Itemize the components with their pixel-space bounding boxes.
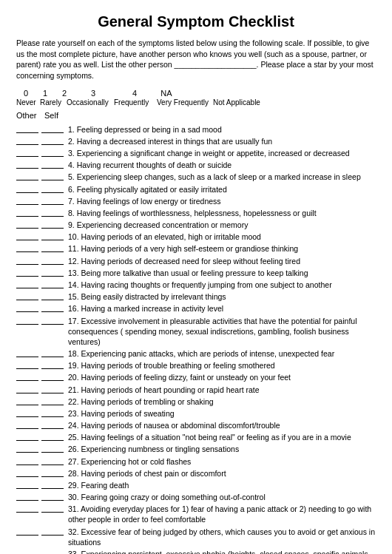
self-blank[interactable] bbox=[41, 504, 64, 513]
self-blank[interactable] bbox=[41, 432, 64, 441]
self-blank[interactable] bbox=[41, 468, 64, 477]
self-blank[interactable] bbox=[41, 492, 64, 501]
scale-section: 0 1 2 3 4 NA Never Rarely Occasionally F… bbox=[16, 89, 376, 107]
other-blank[interactable] bbox=[16, 396, 38, 405]
list-item: 28. Having periods of chest pain or disc… bbox=[16, 468, 376, 479]
list-item: 32. Excessive fear of being judged by ot… bbox=[16, 527, 376, 547]
other-blank[interactable] bbox=[16, 527, 38, 536]
self-blank[interactable] bbox=[41, 291, 64, 300]
scale-label-not-applicable: Not Applicable bbox=[213, 98, 260, 107]
self-blank[interactable] bbox=[41, 256, 64, 265]
other-blank[interactable] bbox=[16, 184, 38, 193]
self-blank[interactable] bbox=[41, 124, 64, 133]
other-blank[interactable] bbox=[16, 348, 38, 357]
other-blank[interactable] bbox=[16, 372, 38, 381]
other-blank[interactable] bbox=[16, 444, 38, 453]
list-item: 24. Having periods of nausea or abdomina… bbox=[16, 420, 376, 430]
other-blank[interactable] bbox=[16, 196, 38, 205]
self-blank[interactable] bbox=[41, 172, 64, 180]
self-blank[interactable] bbox=[41, 444, 64, 453]
self-blank[interactable] bbox=[41, 232, 64, 240]
self-blank[interactable] bbox=[41, 549, 64, 554]
item-text: 2. Having a decreased interest in things… bbox=[68, 136, 376, 146]
list-item: 26. Experiencing numbness or tingling se… bbox=[16, 444, 376, 454]
self-blank[interactable] bbox=[41, 196, 64, 205]
other-blank[interactable] bbox=[16, 160, 38, 169]
list-item: 31. Avoiding everyday places for 1) fear… bbox=[16, 504, 376, 524]
item-text: 11. Having periods of a very high self-e… bbox=[68, 243, 376, 254]
self-blank[interactable] bbox=[41, 243, 64, 252]
other-blank[interactable] bbox=[16, 256, 38, 265]
self-blank[interactable] bbox=[41, 148, 64, 157]
self-blank[interactable] bbox=[41, 184, 64, 193]
item-text: 1. Feeling depressed or being in a sad m… bbox=[68, 124, 376, 135]
list-item: 29. Fearing death bbox=[16, 480, 376, 490]
scale-num-na: NA bbox=[157, 89, 176, 98]
item-text: 22. Having periods of trembling or shaki… bbox=[68, 396, 376, 407]
other-blank[interactable] bbox=[16, 303, 38, 312]
other-blank[interactable] bbox=[16, 504, 38, 513]
item-text: 14. Having racing thoughts or frequently… bbox=[68, 280, 376, 290]
other-blank[interactable] bbox=[16, 492, 38, 501]
other-blank[interactable] bbox=[16, 136, 38, 145]
other-blank[interactable] bbox=[16, 280, 38, 288]
other-blank[interactable] bbox=[16, 385, 38, 393]
item-text: 8. Having feelings of worthlessness, hel… bbox=[68, 208, 376, 218]
other-blank[interactable] bbox=[16, 456, 38, 465]
self-blank[interactable] bbox=[41, 396, 64, 405]
self-blank[interactable] bbox=[41, 527, 64, 536]
other-blank[interactable] bbox=[16, 148, 38, 157]
list-item: 20. Having periods of feeling dizzy, fai… bbox=[16, 372, 376, 382]
self-blank[interactable] bbox=[41, 420, 64, 429]
self-blank[interactable] bbox=[41, 385, 64, 393]
page-title: General Symptom Checklist bbox=[16, 13, 376, 30]
self-blank[interactable] bbox=[41, 303, 64, 312]
other-blank[interactable] bbox=[16, 468, 38, 477]
list-item: 33. Experiencing persistent, excessive p… bbox=[16, 549, 376, 554]
list-item: 22. Having periods of trembling or shaki… bbox=[16, 396, 376, 407]
item-text: 26. Experiencing numbness or tingling se… bbox=[68, 444, 376, 454]
self-blank[interactable] bbox=[41, 316, 64, 325]
other-blank[interactable] bbox=[16, 408, 38, 417]
other-blank[interactable] bbox=[16, 124, 38, 133]
item-text: 24. Having periods of nausea or abdomina… bbox=[68, 420, 376, 430]
other-blank[interactable] bbox=[16, 243, 38, 252]
self-blank[interactable] bbox=[41, 456, 64, 465]
scale-label-rarely: Rarely bbox=[40, 98, 67, 107]
other-blank[interactable] bbox=[16, 232, 38, 240]
self-blank[interactable] bbox=[41, 136, 64, 145]
self-blank[interactable] bbox=[41, 268, 64, 277]
list-item: 10. Having periods of an elevated, high … bbox=[16, 232, 376, 242]
item-text: 23. Having periods of sweating bbox=[68, 408, 376, 419]
other-blank[interactable] bbox=[16, 291, 38, 300]
scale-label-never: Never bbox=[16, 98, 40, 107]
checklist-items: 1. Feeling depressed or being in a sad m… bbox=[16, 124, 376, 554]
other-blank[interactable] bbox=[16, 360, 38, 369]
other-blank[interactable] bbox=[16, 208, 38, 217]
self-blank[interactable] bbox=[41, 220, 64, 229]
other-blank[interactable] bbox=[16, 316, 38, 325]
other-blank[interactable] bbox=[16, 549, 38, 554]
self-blank[interactable] bbox=[41, 208, 64, 217]
scale-num-1: 1 bbox=[36, 89, 55, 98]
item-text: 21. Having periods of heart pounding or … bbox=[68, 385, 376, 395]
list-item: 27. Experiencing hot or cold flashes bbox=[16, 456, 376, 467]
other-blank[interactable] bbox=[16, 432, 38, 441]
self-blank[interactable] bbox=[41, 372, 64, 381]
other-blank[interactable] bbox=[16, 480, 38, 489]
other-blank[interactable] bbox=[16, 420, 38, 429]
item-text: 4. Having recurrent thoughts of death or… bbox=[68, 160, 376, 170]
self-blank[interactable] bbox=[41, 348, 64, 357]
self-blank[interactable] bbox=[41, 480, 64, 489]
list-item: 12. Having periods of decreased need for… bbox=[16, 256, 376, 266]
self-blank[interactable] bbox=[41, 280, 64, 288]
item-text: 30. Fearing going crazy or doing somethi… bbox=[68, 492, 376, 502]
list-item: 2. Having a decreased interest in things… bbox=[16, 136, 376, 146]
other-blank[interactable] bbox=[16, 268, 38, 277]
self-blank[interactable] bbox=[41, 160, 64, 169]
other-blank[interactable] bbox=[16, 220, 38, 229]
other-blank[interactable] bbox=[16, 172, 38, 180]
self-blank[interactable] bbox=[41, 408, 64, 417]
scale-numbers: 0 1 2 3 4 NA bbox=[16, 89, 376, 98]
self-blank[interactable] bbox=[41, 360, 64, 369]
